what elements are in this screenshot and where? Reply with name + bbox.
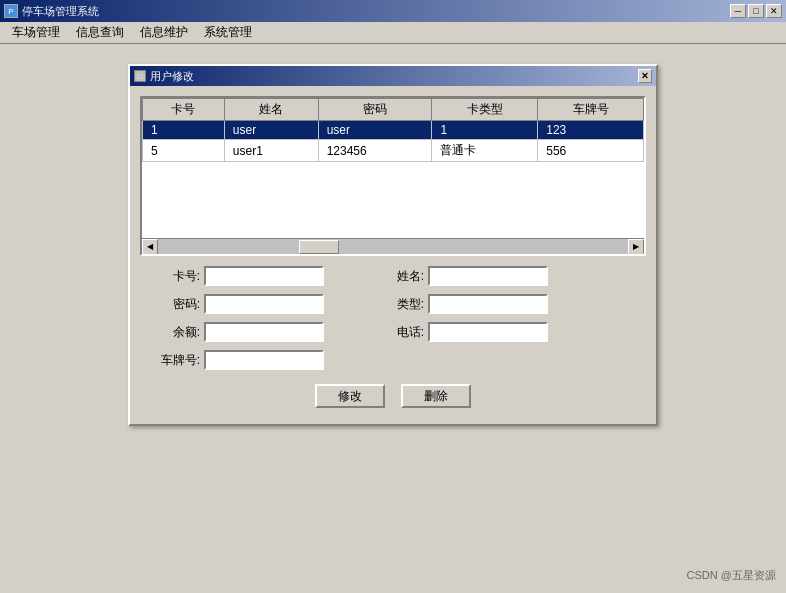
input-password[interactable] <box>204 294 324 314</box>
scroll-right-button[interactable]: ▶ <box>628 239 644 255</box>
col-header-name: 姓名 <box>224 99 318 121</box>
delete-button[interactable]: 删除 <box>401 384 471 408</box>
cell-plate: 123 <box>538 121 644 140</box>
cell-card-type: 1 <box>432 121 538 140</box>
cell-password: 123456 <box>318 140 432 162</box>
cell-password: user <box>318 121 432 140</box>
menu-bar: 车场管理 信息查询 信息维护 系统管理 <box>0 22 786 44</box>
cell-card-no: 1 <box>143 121 225 140</box>
dialog-icon: □ <box>134 70 146 82</box>
maximize-button[interactable]: □ <box>748 4 764 18</box>
cell-card-type: 普通卡 <box>432 140 538 162</box>
user-table: 卡号 姓名 密码 卡类型 车牌号 1 user user 1 <box>142 98 644 162</box>
form-row-3: 余额: 电话: <box>150 322 636 342</box>
table-row[interactable]: 5 user1 123456 普通卡 556 <box>143 140 644 162</box>
watermark: CSDN @五星资源 <box>687 568 776 583</box>
menu-item-info-maintain[interactable]: 信息维护 <box>132 22 196 43</box>
form-area: 卡号: 姓名: 密码: 类型: 余额: <box>140 266 646 370</box>
data-table-container: 卡号 姓名 密码 卡类型 车牌号 1 user user 1 <box>140 96 646 256</box>
col-header-card-type: 卡类型 <box>432 99 538 121</box>
title-bar: P 停车场管理系统 ─ □ ✕ <box>0 0 786 22</box>
form-row-4: 车牌号: <box>150 350 636 370</box>
label-name: 姓名: <box>384 268 424 285</box>
label-password: 密码: <box>150 296 200 313</box>
form-row-2: 密码: 类型: <box>150 294 636 314</box>
cell-name: user1 <box>224 140 318 162</box>
main-content: □ 用户修改 ✕ 卡号 姓名 密码 卡类型 车牌号 <box>0 44 786 593</box>
input-card-no[interactable] <box>204 266 324 286</box>
dialog-title: 用户修改 <box>150 69 194 84</box>
label-card-no: 卡号: <box>150 268 200 285</box>
dialog-user-modify: □ 用户修改 ✕ 卡号 姓名 密码 卡类型 车牌号 <box>128 64 658 426</box>
col-header-plate: 车牌号 <box>538 99 644 121</box>
col-header-password: 密码 <box>318 99 432 121</box>
cell-name: user <box>224 121 318 140</box>
input-plate[interactable] <box>204 350 324 370</box>
input-type[interactable] <box>428 294 548 314</box>
dialog-title-bar: □ 用户修改 ✕ <box>130 66 656 86</box>
scroll-thumb[interactable] <box>299 240 339 254</box>
cell-plate: 556 <box>538 140 644 162</box>
dialog-body: 卡号 姓名 密码 卡类型 车牌号 1 user user 1 <box>130 86 656 424</box>
app-title: 停车场管理系统 <box>22 4 730 19</box>
modify-button[interactable]: 修改 <box>315 384 385 408</box>
button-area: 修改 删除 <box>140 384 646 408</box>
label-phone: 电话: <box>384 324 424 341</box>
horizontal-scrollbar[interactable]: ◀ ▶ <box>142 238 644 254</box>
cell-card-no: 5 <box>143 140 225 162</box>
input-balance[interactable] <box>204 322 324 342</box>
table-row[interactable]: 1 user user 1 123 <box>143 121 644 140</box>
label-plate: 车牌号: <box>150 352 200 369</box>
menu-item-parking[interactable]: 车场管理 <box>4 22 68 43</box>
input-name[interactable] <box>428 266 548 286</box>
label-balance: 余额: <box>150 324 200 341</box>
label-type: 类型: <box>384 296 424 313</box>
app-icon: P <box>4 4 18 18</box>
scroll-track[interactable] <box>158 239 628 255</box>
close-button[interactable]: ✕ <box>766 4 782 18</box>
dialog-close-button[interactable]: ✕ <box>638 69 652 83</box>
input-phone[interactable] <box>428 322 548 342</box>
menu-item-info-query[interactable]: 信息查询 <box>68 22 132 43</box>
form-row-1: 卡号: 姓名: <box>150 266 636 286</box>
col-header-card-no: 卡号 <box>143 99 225 121</box>
minimize-button[interactable]: ─ <box>730 4 746 18</box>
menu-item-system[interactable]: 系统管理 <box>196 22 260 43</box>
scroll-left-button[interactable]: ◀ <box>142 239 158 255</box>
title-bar-buttons: ─ □ ✕ <box>730 4 782 18</box>
